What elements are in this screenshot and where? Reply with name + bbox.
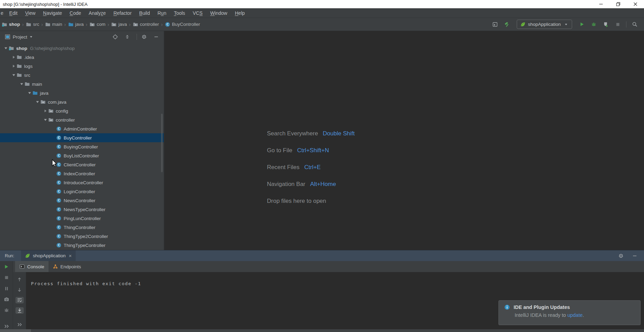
tree-expanded-arrow-icon[interactable] bbox=[11, 73, 17, 77]
menu-item-tools[interactable]: Tools bbox=[170, 10, 189, 16]
chevron-down-icon[interactable] bbox=[30, 35, 33, 38]
locate-file-button[interactable] bbox=[112, 33, 120, 41]
build-button[interactable] bbox=[503, 21, 511, 28]
menu-item-refactor[interactable]: Refactor bbox=[110, 10, 136, 16]
tree-item-com-java[interactable]: com.java bbox=[0, 97, 164, 106]
soft-wrap-button[interactable] bbox=[15, 297, 24, 303]
tree-item--idea[interactable]: .idea bbox=[0, 53, 164, 62]
thread-dump-button[interactable] bbox=[2, 297, 11, 302]
tree-item-newscontroller[interactable]: CNewsController bbox=[0, 196, 164, 205]
menu-item-view[interactable]: View bbox=[21, 10, 39, 16]
breadcrumb-item-com[interactable]: com bbox=[88, 22, 107, 27]
menu-item-vcs[interactable]: VCS bbox=[189, 10, 206, 16]
tree-item-java[interactable]: java bbox=[0, 89, 164, 97]
menu-item-code[interactable]: Code bbox=[66, 10, 85, 16]
menu-item-build[interactable]: Build bbox=[136, 10, 154, 16]
tree-expanded-arrow-icon[interactable] bbox=[3, 46, 9, 50]
tab-endpoints[interactable]: Endpoints bbox=[49, 261, 85, 272]
tree-item-buylistcontroller[interactable]: CBuyListController bbox=[0, 151, 164, 160]
scroll-to-end-button[interactable] bbox=[15, 307, 24, 314]
run-settings-button[interactable] bbox=[617, 252, 625, 260]
close-icon bbox=[633, 1, 638, 7]
panel-settings-button[interactable] bbox=[141, 33, 149, 41]
svg-text:C: C bbox=[58, 243, 60, 247]
tree-expanded-arrow-icon[interactable] bbox=[34, 100, 40, 104]
hint-shortcut: Alt+Home bbox=[310, 179, 336, 189]
tree-item-label: shop bbox=[16, 46, 27, 51]
breadcrumb-item-controller[interactable]: controller bbox=[132, 22, 160, 27]
menu-item-file-partial[interactable]: e bbox=[0, 10, 6, 16]
mute-breakpoints-button[interactable] bbox=[2, 308, 11, 313]
gear-icon bbox=[618, 253, 624, 259]
pause-output-button[interactable] bbox=[2, 286, 11, 291]
down-stacktrace-button[interactable] bbox=[15, 287, 24, 293]
tree-item-config[interactable]: config bbox=[0, 106, 164, 115]
breadcrumb-item-java[interactable]: java bbox=[67, 22, 85, 27]
hide-panel-button[interactable] bbox=[153, 33, 161, 41]
breadcrumb-item-src[interactable]: src bbox=[25, 22, 40, 27]
breadcrumb-item-shop[interactable]: shop bbox=[1, 22, 21, 27]
menu-item-navigate[interactable]: Navigate bbox=[39, 10, 66, 16]
package-icon bbox=[89, 22, 95, 27]
breadcrumb-item-java[interactable]: java bbox=[110, 22, 128, 27]
tree-collapsed-arrow-icon[interactable] bbox=[42, 109, 48, 113]
tree-item-newstypecontroller[interactable]: CNewsTypeController bbox=[0, 205, 164, 214]
tree-item-introducecontroller[interactable]: CIntroduceController bbox=[0, 178, 164, 187]
tree-item-pingluncontroller[interactable]: CPingLunController bbox=[0, 214, 164, 223]
close-button[interactable] bbox=[627, 0, 644, 8]
tab-console[interactable]: Console bbox=[15, 261, 49, 272]
close-tab-icon[interactable]: × bbox=[68, 253, 72, 258]
tree-item-clientcontroller[interactable]: CClientController bbox=[0, 160, 164, 169]
tree-item-controller[interactable]: controller bbox=[0, 115, 164, 124]
collapse-all-button[interactable] bbox=[125, 33, 132, 41]
debug-button[interactable] bbox=[590, 21, 598, 28]
tree-collapsed-arrow-icon[interactable] bbox=[11, 55, 17, 59]
class-icon: C bbox=[165, 22, 170, 27]
menu-item-help[interactable]: Help bbox=[231, 10, 249, 16]
tree-item-buyingcontroller[interactable]: CBuyingController bbox=[0, 142, 164, 151]
tree-item-thingtype2controller[interactable]: CThingType2Controller bbox=[0, 232, 164, 241]
menu-item-run[interactable]: Run bbox=[154, 10, 170, 16]
tree-item-admincontroller[interactable]: CAdminController bbox=[0, 124, 164, 133]
tree-expanded-arrow-icon[interactable] bbox=[19, 82, 24, 86]
tree-item-src[interactable]: src bbox=[0, 71, 164, 80]
tool-windows-button[interactable] bbox=[491, 21, 499, 28]
update-link[interactable]: update bbox=[567, 312, 582, 318]
run-tab-shopapplication[interactable]: shopApplication × bbox=[21, 250, 75, 261]
menu-item-window[interactable]: Window bbox=[206, 10, 231, 16]
project-panel-title[interactable]: Project bbox=[13, 34, 27, 40]
tree-item-logs[interactable]: logs bbox=[0, 62, 164, 71]
restore-button[interactable] bbox=[610, 0, 627, 8]
tree-item-buycontroller[interactable]: CBuyController bbox=[0, 133, 164, 142]
more-actions-button[interactable] bbox=[2, 323, 11, 329]
class-icon: C bbox=[56, 126, 62, 132]
tree-collapsed-arrow-icon[interactable] bbox=[11, 64, 17, 68]
minimize-button[interactable] bbox=[592, 0, 610, 8]
rerun-button[interactable] bbox=[2, 264, 11, 270]
menu-item-analyze[interactable]: Analyze bbox=[85, 10, 110, 16]
more-actions-button[interactable] bbox=[15, 321, 24, 328]
tree-item-thingtypecontroller[interactable]: CThingTypeController bbox=[0, 241, 164, 250]
tree-item-shop[interactable]: shopG:\shejiing\shop\shop bbox=[0, 44, 164, 53]
shortcut-hint-recent-files: Recent FilesCtrl+E bbox=[267, 163, 355, 179]
stop-process-button[interactable] bbox=[2, 275, 11, 281]
run-config-select[interactable]: shopApplication bbox=[517, 20, 572, 29]
search-everywhere-button[interactable] bbox=[631, 21, 638, 28]
notification-balloon[interactable]: IDE and Plugin Updates IntelliJ IDEA is … bbox=[498, 300, 641, 325]
run-button[interactable] bbox=[578, 21, 586, 28]
tree-item-logincontroller[interactable]: CLoginController bbox=[0, 187, 164, 196]
up-stacktrace-button[interactable] bbox=[15, 276, 24, 283]
tree-expanded-arrow-icon[interactable] bbox=[26, 91, 32, 95]
rerun-icon bbox=[4, 264, 9, 269]
hide-run-panel-button[interactable] bbox=[631, 252, 638, 260]
tree-item-thingcontroller[interactable]: CThingController bbox=[0, 223, 164, 232]
tree-item-indexcontroller[interactable]: CIndexController bbox=[0, 169, 164, 178]
tree-expanded-arrow-icon[interactable] bbox=[42, 118, 48, 122]
stop-button[interactable] bbox=[614, 21, 622, 28]
breadcrumb-item-main[interactable]: main bbox=[44, 22, 63, 27]
tree-item-main[interactable]: main bbox=[0, 80, 164, 89]
tree-scrollbar[interactable] bbox=[161, 114, 163, 172]
breadcrumb-item-buycontroller[interactable]: CBuyController bbox=[164, 22, 201, 27]
coverage-button[interactable] bbox=[602, 21, 610, 28]
menu-item-edit[interactable]: Edit bbox=[6, 10, 21, 16]
